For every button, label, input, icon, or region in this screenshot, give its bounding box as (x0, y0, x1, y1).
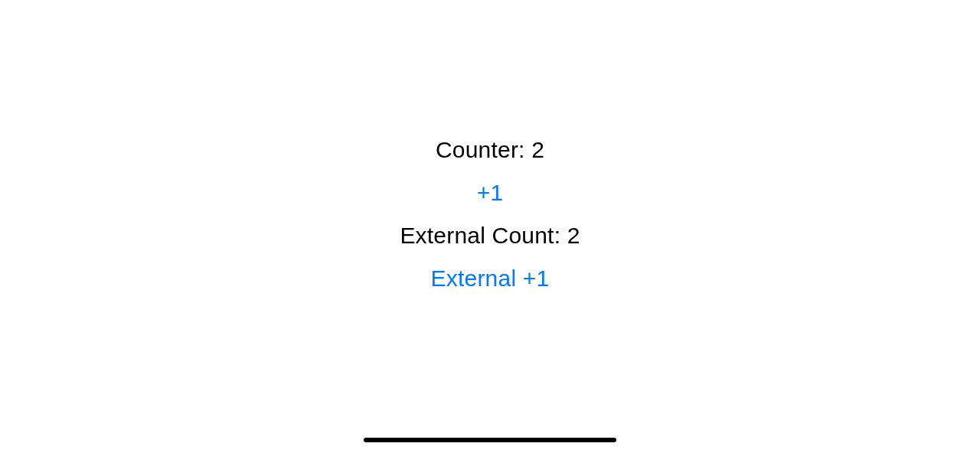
counter-label: Counter: 2 (436, 136, 544, 164)
external-increment-button[interactable]: External +1 (431, 265, 550, 292)
increment-button[interactable]: +1 (477, 179, 504, 207)
home-indicator (364, 438, 616, 442)
external-counter-label: External Count: 2 (400, 222, 580, 249)
content-stack: Counter: 2 +1 External Count: 2 External… (400, 136, 580, 292)
